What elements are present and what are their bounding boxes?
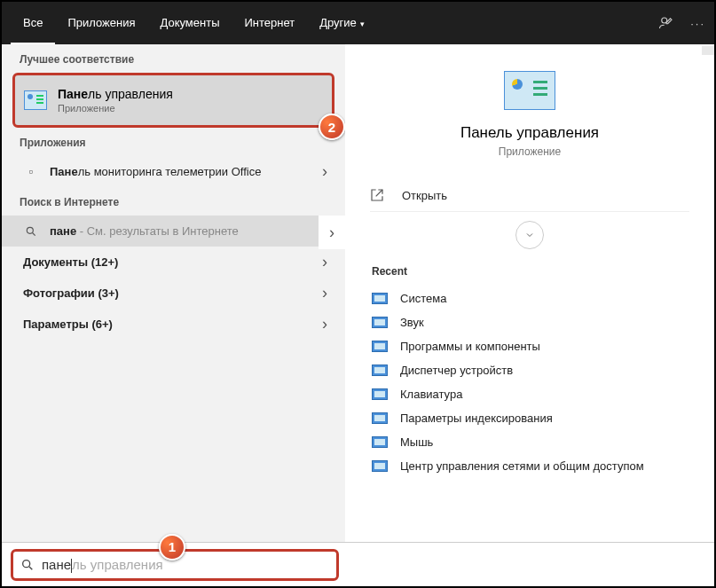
web-result-item[interactable]: пане - См. результаты в Интернете <box>2 216 345 247</box>
tab-all[interactable]: Все <box>11 2 55 44</box>
preview-panel: Панель управления Приложение Открыть Rec… <box>345 44 714 543</box>
recent-item[interactable]: Клавиатура <box>363 382 696 406</box>
category-photos[interactable]: Фотографии (3+) <box>2 278 345 309</box>
recent-item[interactable]: Диспетчер устройств <box>363 358 696 382</box>
cpl-icon <box>372 412 388 424</box>
category-documents[interactable]: Документы (12+) <box>2 247 345 278</box>
section-best-match: Лучшее соответствие <box>2 44 345 73</box>
open-action[interactable]: Открыть <box>370 179 689 212</box>
expand-chevron[interactable] <box>515 221 544 249</box>
cpl-icon <box>372 365 388 376</box>
recent-item[interactable]: Звук <box>363 310 696 334</box>
search-icon <box>23 225 39 238</box>
preview-subtitle: Приложение <box>363 145 696 158</box>
annotation-1: 1 <box>159 534 185 561</box>
tab-more[interactable]: Другие▾ <box>307 2 377 44</box>
recent-item[interactable]: Мышь <box>363 430 696 454</box>
svg-point-1 <box>27 227 33 233</box>
best-match-subtitle: Приложение <box>58 103 173 114</box>
recent-item[interactable]: Параметры индексирования <box>363 406 696 430</box>
tab-docs[interactable]: Документы <box>147 2 232 44</box>
control-panel-icon <box>24 90 47 110</box>
tab-web[interactable]: Интернет <box>232 2 307 44</box>
main-area: Лучшее соответствие Панель управления Пр… <box>2 44 714 543</box>
scrollbar[interactable] <box>702 46 714 55</box>
category-settings[interactable]: Параметры (6+) <box>2 309 345 340</box>
control-panel-icon-large <box>504 71 555 110</box>
cpl-icon <box>372 388 388 400</box>
best-match-title: Панель управления <box>58 87 173 101</box>
chevron-down-icon: ▾ <box>360 20 365 28</box>
preview-header: Панель управления Приложение <box>363 71 696 158</box>
best-match-item[interactable]: Панель управления Приложение <box>12 73 334 128</box>
section-web-search: Поиск в Интернете <box>2 187 345 216</box>
search-input[interactable] <box>42 557 329 572</box>
search-bar: панель управления 1 <box>2 542 714 586</box>
preview-title: Панель управления <box>363 124 696 142</box>
feedback-icon[interactable] <box>658 15 674 31</box>
top-actions: ··· <box>658 15 705 31</box>
cpl-icon <box>372 436 388 448</box>
recent-item[interactable]: Система <box>363 286 696 310</box>
top-bar: Все Приложения Документы Интернет Другие… <box>2 2 714 44</box>
recent-label: Recent <box>363 262 696 286</box>
cpl-icon <box>372 317 388 328</box>
cpl-icon <box>372 293 388 304</box>
search-tabs: Все Приложения Документы Интернет Другие… <box>11 2 377 44</box>
results-panel: Лучшее соответствие Панель управления Пр… <box>2 44 345 543</box>
app-result-item[interactable]: ▫ Панель мониторинга телеметрии Office <box>2 156 345 187</box>
recent-item[interactable]: Центр управления сетями и общим доступом <box>363 454 696 478</box>
cpl-icon <box>372 460 388 472</box>
recent-item[interactable]: Программы и компоненты <box>363 334 696 358</box>
open-icon <box>370 188 391 202</box>
search-box-highlight: панель управления 1 <box>11 549 339 581</box>
search-icon <box>20 558 35 572</box>
cpl-icon <box>372 341 388 352</box>
section-apps: Приложения <box>2 128 345 156</box>
more-icon[interactable]: ··· <box>690 17 705 30</box>
svg-point-2 <box>23 560 30 567</box>
tab-apps[interactable]: Приложения <box>55 2 147 44</box>
app-icon: ▫ <box>23 165 39 178</box>
annotation-2: 2 <box>319 114 345 140</box>
